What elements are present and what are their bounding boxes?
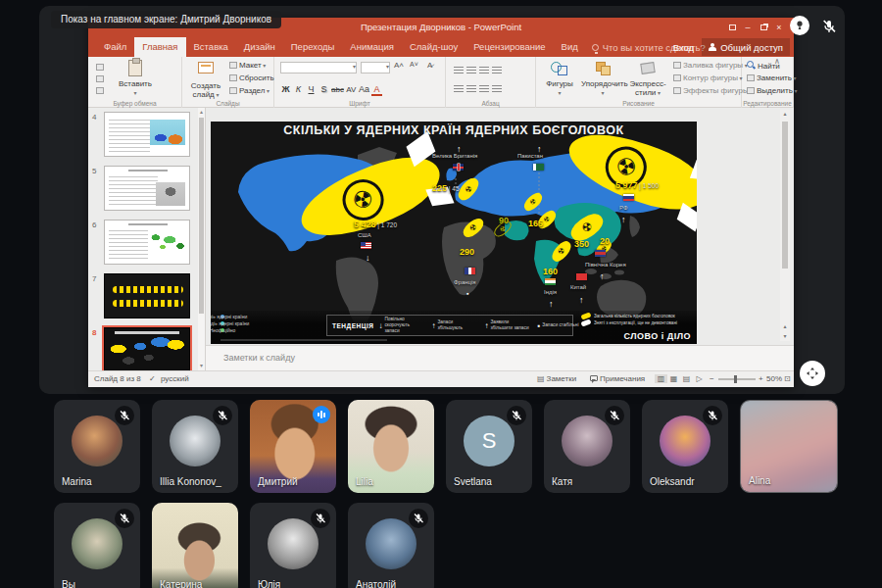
previous-slide-button[interactable]: ▴: [780, 322, 790, 329]
participant-tile-0-5[interactable]: Катя: [544, 400, 630, 493]
next-slide-button[interactable]: ▾: [780, 332, 790, 339]
arrange-button[interactable]: Упорядочить▾: [581, 60, 624, 97]
font-size-input[interactable]: ▾: [361, 62, 390, 74]
participant-tile-1-2[interactable]: Юлія: [250, 503, 336, 588]
reading-view-button[interactable]: ▤: [680, 374, 693, 383]
font-style-button-4[interactable]: abc: [331, 85, 344, 94]
participant-tile-0-1[interactable]: Illia Kononov_: [152, 400, 238, 493]
tab-4[interactable]: Переходы: [283, 37, 343, 57]
shape-outline-button[interactable]: Контур фигуры ▾: [673, 74, 743, 82]
new-slide-button[interactable]: Создать слайд ▾: [184, 60, 227, 99]
collapse-ribbon-button[interactable]: ∧: [774, 57, 780, 66]
mic-off-icon: [115, 509, 134, 528]
person-icon: [709, 43, 716, 51]
close-button[interactable]: ×: [772, 22, 786, 33]
trend-arrow-up-icon: ↑: [579, 295, 584, 305]
participant-tile-0-7[interactable]: Alina: [740, 400, 838, 493]
share-button[interactable]: Общий доступ: [702, 38, 790, 56]
shape-fill-button[interactable]: Заливка фигуры ▾: [673, 61, 748, 70]
participant-tile-1-1[interactable]: Катерина: [152, 503, 238, 588]
participant-tile-0-4[interactable]: SSvetlana: [446, 400, 532, 493]
quick-styles-button[interactable]: Экспресс-стили ▾: [626, 60, 669, 97]
tab-3[interactable]: Дизайн: [236, 37, 283, 57]
notes-toggle[interactable]: ▤Заметки: [537, 374, 576, 383]
expand-icon[interactable]: [800, 361, 825, 386]
slide-thumbnail-8[interactable]: 8: [92, 327, 205, 372]
shrink-font-button[interactable]: A˅: [410, 61, 418, 68]
tab-0[interactable]: Файл: [96, 37, 134, 57]
participant-tile-1-0[interactable]: Вы: [54, 503, 140, 588]
font-style-button-7[interactable]: А: [371, 84, 382, 96]
slide-scrollbar[interactable]: ▴ ▴ ▾: [780, 110, 790, 341]
clear-format-button[interactable]: A̷: [427, 61, 432, 70]
font-style-button-5[interactable]: AV: [346, 85, 357, 94]
spellcheck-icon[interactable]: ✓: [149, 374, 156, 383]
zoom-level[interactable]: 50%: [766, 374, 782, 383]
ribbon-display-options-button[interactable]: [725, 22, 739, 33]
copy-button[interactable]: [96, 74, 106, 83]
tab-8[interactable]: Вид: [554, 37, 586, 57]
warhead-count-pk: 165: [528, 219, 543, 228]
zoom-slider-thumb[interactable]: [734, 375, 737, 383]
zoom-slider[interactable]: [718, 378, 756, 380]
zoom-out-button[interactable]: −: [710, 374, 714, 383]
slide-thumbnail-panel[interactable]: 45678: [88, 108, 206, 370]
align-buttons[interactable]: [454, 80, 505, 98]
fit-to-window-button[interactable]: ⊡: [784, 374, 791, 383]
notes-pane[interactable]: Заметки к слайду: [206, 345, 794, 370]
reset-button[interactable]: Сбросить: [229, 74, 274, 82]
tab-6[interactable]: Слайд-шоу: [402, 37, 466, 57]
font-style-button-3[interactable]: S: [318, 84, 329, 94]
tab-7[interactable]: Рецензирование: [466, 37, 553, 57]
replace-button[interactable]: Заменить ▾: [747, 74, 797, 82]
screen-share-tile[interactable]: Презентация Дворников - PowerPoint – × Ф…: [39, 6, 845, 394]
section-button[interactable]: Раздел ▾: [229, 86, 270, 95]
participant-tile-0-0[interactable]: Marina: [54, 400, 140, 493]
thumbnail-number: 7: [92, 273, 104, 318]
slide-sorter-button[interactable]: ▦: [667, 374, 680, 383]
sign-in-button[interactable]: Вход: [673, 42, 695, 53]
normal-view-button[interactable]: ▥: [655, 374, 667, 383]
participant-tile-0-3[interactable]: Lilia: [348, 400, 434, 493]
thumbnail-scrollbar[interactable]: ▴▾: [198, 108, 205, 370]
paste-button[interactable]: Вставить▾: [114, 60, 157, 97]
slide-thumbnail-4[interactable]: 4: [92, 112, 205, 157]
font-style-button-0[interactable]: Ж: [280, 84, 291, 94]
language-indicator[interactable]: русский: [161, 374, 189, 383]
country-name-us: США: [358, 232, 371, 238]
format-painter-button[interactable]: [96, 86, 106, 95]
speaking-indicator: [313, 406, 330, 423]
shapes-button[interactable]: Фигуры▾: [538, 60, 581, 97]
arrange-icon: [594, 60, 612, 75]
slide-canvas[interactable]: СКІЛЬКИ У ЯДЕРНИХ КРАЇН ЯДЕРНИХ БОЄГОЛОВ…: [211, 122, 697, 344]
pin-icon[interactable]: [790, 16, 809, 35]
minimize-button[interactable]: –: [741, 22, 755, 33]
flag-icon-cn: [576, 273, 587, 280]
tab-1[interactable]: Главная: [134, 37, 185, 57]
font-style-button-1[interactable]: К: [293, 84, 304, 94]
tab-5[interactable]: Анимация: [342, 37, 402, 57]
participant-tile-0-2[interactable]: Дмитрий: [250, 400, 336, 493]
slide-thumbnail-5[interactable]: 5: [92, 166, 205, 211]
participant-tile-1-3[interactable]: Анатолій: [348, 503, 434, 588]
font-name-input[interactable]: ▾: [280, 62, 357, 74]
slide-thumbnail-7[interactable]: 7: [92, 273, 205, 318]
participant-tile-0-6[interactable]: Oleksandr: [642, 400, 728, 493]
layout-button[interactable]: Макет ▾: [229, 61, 266, 70]
view-buttons[interactable]: ▥▦▤▷: [655, 374, 706, 383]
participant-avatar: [562, 416, 612, 466]
cut-button[interactable]: [96, 63, 106, 72]
zoom-in-button[interactable]: +: [759, 374, 763, 383]
list-buttons[interactable]: [454, 62, 505, 79]
slideshow-button[interactable]: ▷: [693, 374, 706, 383]
trend-stable-icon: ▪: [537, 321, 540, 330]
flag-icon-in: [545, 278, 556, 285]
restore-button[interactable]: [757, 22, 770, 33]
font-style-button-6[interactable]: Аа: [359, 84, 369, 94]
slide-thumbnail-6[interactable]: 6: [92, 220, 205, 265]
font-style-button-2[interactable]: Ч: [306, 84, 317, 94]
tab-2[interactable]: Вставка: [186, 37, 236, 57]
select-button[interactable]: Выделить ▾: [747, 86, 798, 95]
grow-font-button[interactable]: A˄: [394, 61, 404, 70]
comments-toggle[interactable]: Примечания: [590, 374, 645, 383]
